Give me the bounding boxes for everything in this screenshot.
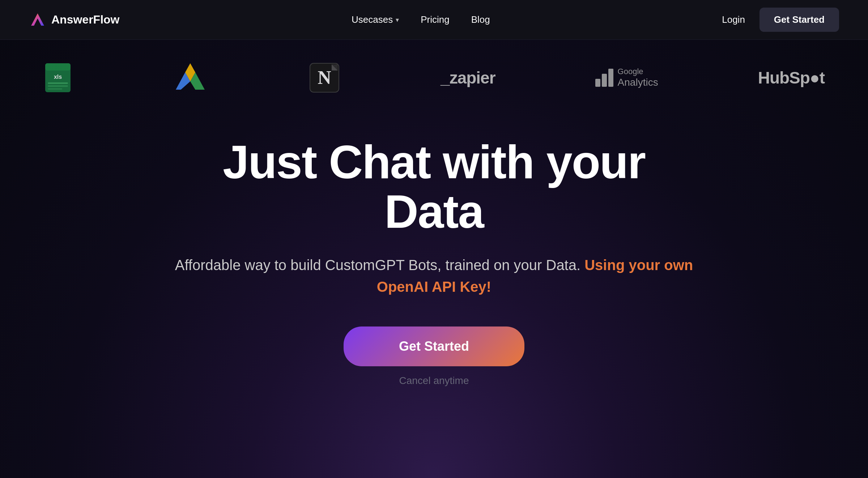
google-drive-icon: [172, 61, 208, 94]
cancel-anytime-text: Cancel anytime: [399, 375, 469, 387]
svg-rect-2: [45, 63, 71, 71]
nav-blog[interactable]: Blog: [471, 14, 490, 25]
logo-text: AnswerFlow: [51, 13, 119, 26]
svg-rect-6: [48, 88, 62, 90]
hero-section: xls N: [0, 0, 868, 478]
integrations-row: xls N: [0, 40, 868, 123]
login-button[interactable]: Login: [722, 14, 745, 25]
notion-icon: N: [308, 61, 341, 94]
zapier-integration: _zapier: [441, 68, 495, 88]
ga-bars-icon: [595, 69, 613, 87]
get-started-cta-button[interactable]: Get Started: [344, 327, 524, 366]
ga-text: Google Analytics: [618, 67, 658, 89]
chevron-down-icon: ▾: [396, 16, 399, 24]
hero-subtitle: Affordable way to build CustomGPT Bots, …: [174, 254, 694, 298]
svg-text:N: N: [318, 67, 331, 88]
nav-usecases[interactable]: Usecases ▾: [352, 14, 399, 25]
svg-rect-5: [48, 85, 68, 87]
cta-container: Get Started Cancel anytime: [174, 327, 694, 387]
gdrive-integration: [172, 61, 208, 94]
svg-text:xls: xls: [54, 74, 62, 80]
navbar: AnswerFlow Usecases ▾ Pricing Blog Login…: [0, 0, 868, 40]
svg-rect-4: [48, 82, 68, 84]
hubspot-label: HubSp●t: [758, 68, 825, 88]
get-started-nav-button[interactable]: Get Started: [760, 8, 839, 32]
nav-center: Usecases ▾ Pricing Blog: [352, 14, 490, 25]
subtitle-plain: Affordable way to build CustomGPT Bots, …: [175, 257, 580, 273]
notion-integration: N: [308, 61, 341, 94]
headline-section: Just Chat with your Data Affordable way …: [145, 123, 723, 387]
logo[interactable]: AnswerFlow: [29, 11, 119, 29]
ga-google-label: Google: [618, 67, 658, 76]
answerflow-logo-icon: [29, 11, 46, 29]
hubspot-integration: HubSp●t: [758, 68, 825, 88]
ga-analytics-label: Analytics: [618, 76, 658, 89]
zapier-label: _zapier: [441, 68, 495, 88]
nav-pricing[interactable]: Pricing: [421, 14, 449, 25]
excel-integration: xls: [43, 61, 72, 94]
nav-right: Login Get Started: [722, 8, 839, 32]
excel-icon: xls: [43, 61, 72, 94]
main-headline: Just Chat with your Data: [174, 137, 694, 236]
google-analytics-integration: Google Analytics: [595, 67, 658, 89]
